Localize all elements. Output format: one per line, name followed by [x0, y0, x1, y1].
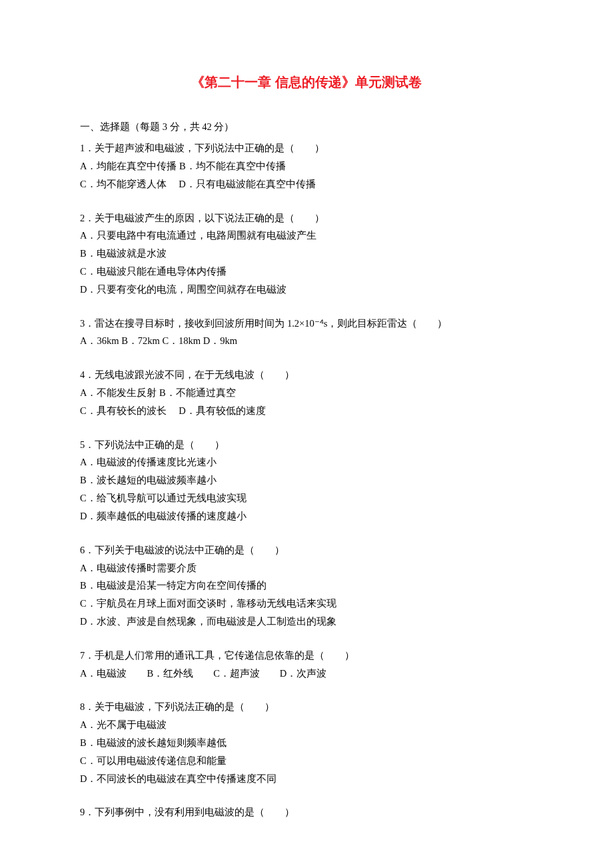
question-stem: 9．下列事例中，没有利用到电磁波的是（ ）	[80, 803, 533, 821]
question-option: C．均不能穿透人体 D．只有电磁波能在真空中传播	[80, 175, 533, 193]
document-title: 《第二十一章 信息的传递》单元测试卷	[80, 73, 533, 91]
question-stem: 8．关于电磁波，下列说法正确的是（ ）	[80, 698, 533, 716]
question-option: A．只要电路中有电流通过，电路周围就有电磁波产生	[80, 227, 533, 245]
question-option: B．波长越短的电磁波频率越小	[80, 471, 533, 489]
question-option: B．电磁波就是水波	[80, 245, 533, 263]
question-stem: 6．下列关于电磁波的说法中正确的是（ ）	[80, 541, 533, 559]
question-stem: 3．雷达在搜寻目标时，接收到回波所用时间为 1.2×10⁻⁴s，则此目标距雷达（…	[80, 315, 533, 333]
question-stem: 7．手机是人们常用的通讯工具，它传递信息依靠的是（ ）	[80, 647, 533, 665]
document-page: 《第二十一章 信息的传递》单元测试卷 一、选择题（每题 3 分，共 42 分） …	[0, 0, 613, 868]
question-option: D．水波、声波是自然现象，而电磁波是人工制造出的现象	[80, 613, 533, 631]
question-option: B．电磁波是沿某一特定方向在空间传播的	[80, 577, 533, 595]
question-option: A．电磁波传播时需要介质	[80, 559, 533, 577]
question-option: D．频率越低的电磁波传播的速度越小	[80, 507, 533, 525]
question-1: 1．关于超声波和电磁波，下列说法中正确的是（ ） A．均能在真空中传播 B．均不…	[80, 139, 533, 193]
question-option: A．均能在真空中传播 B．均不能在真空中传播	[80, 157, 533, 175]
question-option: D．只要有变化的电流，周围空间就存在电磁波	[80, 281, 533, 299]
question-option: A．不能发生反射 B．不能通过真空	[80, 384, 533, 402]
question-7: 7．手机是人们常用的通讯工具，它传递信息依靠的是（ ） A．电磁波 B．红外线 …	[80, 647, 533, 683]
question-3: 3．雷达在搜寻目标时，接收到回波所用时间为 1.2×10⁻⁴s，则此目标距雷达（…	[80, 315, 533, 351]
question-option: C．给飞机导航可以通过无线电波实现	[80, 489, 533, 507]
question-option: B．电磁波的波长越短则频率越低	[80, 734, 533, 752]
question-option: C．宇航员在月球上面对面交谈时，靠移动无线电话来实现	[80, 595, 533, 613]
question-option: C．具有较长的波长 D．具有较低的速度	[80, 402, 533, 420]
question-4: 4．无线电波跟光波不同，在于无线电波（ ） A．不能发生反射 B．不能通过真空 …	[80, 366, 533, 419]
question-stem: 4．无线电波跟光波不同，在于无线电波（ ）	[80, 366, 533, 384]
question-6: 6．下列关于电磁波的说法中正确的是（ ） A．电磁波传播时需要介质 B．电磁波是…	[80, 541, 533, 631]
question-option: C．电磁波只能在通电导体内传播	[80, 263, 533, 281]
question-option: A．电磁波的传播速度比光速小	[80, 453, 533, 471]
question-stem: 5．下列说法中正确的是（ ）	[80, 436, 533, 454]
question-2: 2．关于电磁波产生的原因，以下说法正确的是（ ） A．只要电路中有电流通过，电路…	[80, 209, 533, 299]
question-9: 9．下列事例中，没有利用到电磁波的是（ ）	[80, 803, 533, 821]
question-stem: 1．关于超声波和电磁波，下列说法中正确的是（ ）	[80, 139, 533, 157]
question-stem: 2．关于电磁波产生的原因，以下说法正确的是（ ）	[80, 209, 533, 227]
question-option: A．光不属于电磁波	[80, 716, 533, 734]
question-option: A．36km B．72km C．18km D．9km	[80, 332, 533, 350]
question-5: 5．下列说法中正确的是（ ） A．电磁波的传播速度比光速小 B．波长越短的电磁波…	[80, 436, 533, 525]
question-option: A．电磁波 B．红外线 C．超声波 D．次声波	[80, 665, 533, 683]
question-option: D．不同波长的电磁波在真空中传播速度不同	[80, 770, 533, 788]
question-option: C．可以用电磁波传递信息和能量	[80, 752, 533, 770]
section-header: 一、选择题（每题 3 分，共 42 分）	[80, 118, 533, 135]
question-8: 8．关于电磁波，下列说法正确的是（ ） A．光不属于电磁波 B．电磁波的波长越短…	[80, 698, 533, 787]
